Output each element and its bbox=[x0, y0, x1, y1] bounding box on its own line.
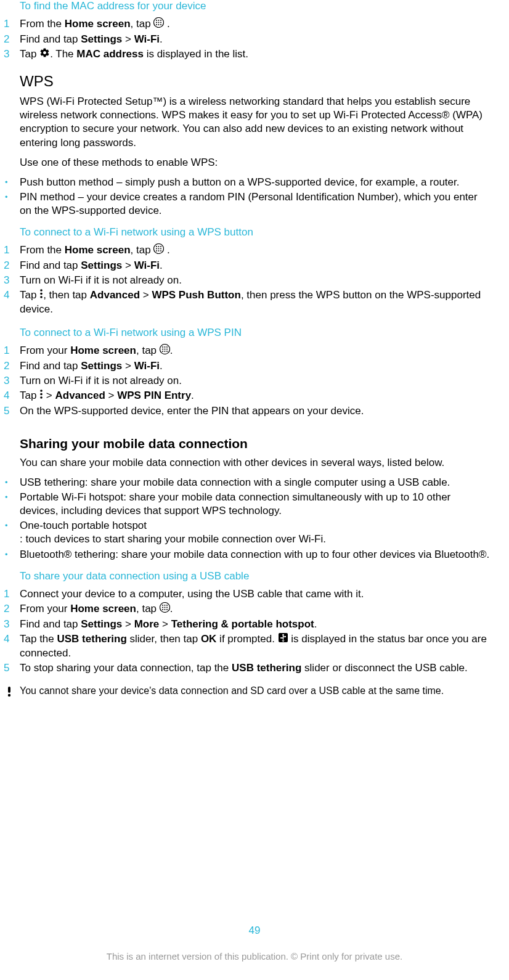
svg-point-27 bbox=[162, 348, 163, 349]
bold-text: Home screen bbox=[70, 603, 136, 615]
paragraph: Use one of these methods to enable WPS: bbox=[20, 156, 491, 169]
text: From the bbox=[20, 18, 65, 30]
text: To stop sharing your data connection, ta… bbox=[20, 662, 232, 674]
svg-point-35 bbox=[40, 396, 43, 399]
bullet-item: Bluetooth® tethering: share your mobile … bbox=[18, 548, 491, 561]
bold-text: WPS PIN Entry bbox=[117, 390, 191, 401]
footer-text: This is an internet version of this publ… bbox=[0, 951, 509, 962]
bold-text: More bbox=[134, 618, 160, 630]
text: On the WPS-supported device, enter the P… bbox=[20, 405, 364, 417]
section-title: To connect to a Wi-Fi network using a WP… bbox=[20, 327, 491, 339]
svg-point-43 bbox=[162, 609, 163, 610]
text: slider or disconnect the USB cable. bbox=[301, 662, 467, 674]
step-number: 5 bbox=[4, 404, 9, 418]
step-item: 4 Tap > Advanced > WPS PIN Entry. bbox=[18, 389, 491, 403]
svg-point-26 bbox=[166, 346, 168, 348]
step-item: 2 Find and tap Settings > Wi-Fi. bbox=[18, 33, 491, 46]
svg-rect-50 bbox=[285, 636, 286, 637]
text: Find and tap bbox=[20, 360, 81, 372]
bold-text: Settings bbox=[81, 360, 122, 372]
step-item: 1 Connect your device to a computer, usi… bbox=[18, 587, 491, 601]
apps-grid-icon bbox=[160, 344, 170, 358]
bullet-item: USB tethering: share your mobile data co… bbox=[18, 476, 491, 489]
apps-grid-icon bbox=[153, 243, 164, 258]
text: > bbox=[105, 390, 117, 401]
svg-point-39 bbox=[166, 605, 168, 606]
svg-point-32 bbox=[166, 351, 168, 352]
text: , tap bbox=[136, 345, 160, 356]
svg-point-20 bbox=[40, 290, 43, 292]
bold-text: WPS Push Button bbox=[152, 289, 240, 301]
note-text: You cannot share your device's data conn… bbox=[20, 685, 444, 698]
svg-point-9 bbox=[160, 24, 161, 25]
bold-text: Advanced bbox=[90, 289, 140, 301]
bullet-item: Portable Wi-Fi hotspot: share your mobil… bbox=[18, 491, 491, 518]
text: > bbox=[122, 360, 134, 372]
svg-point-30 bbox=[162, 351, 163, 352]
text: . The bbox=[50, 48, 76, 60]
step-item: 4 Tap the USB tethering slider, then tap… bbox=[18, 632, 491, 660]
bold-text: Advanced bbox=[55, 390, 105, 401]
svg-point-49 bbox=[280, 637, 281, 639]
svg-rect-51 bbox=[8, 687, 10, 693]
steps-list: 1 From the Home screen, tap . 2 Find and… bbox=[18, 17, 491, 62]
text: . bbox=[314, 618, 317, 630]
paragraph: You can share your mobile data connectio… bbox=[20, 456, 491, 470]
step-number: 1 bbox=[4, 344, 9, 357]
bold-text: Home screen bbox=[65, 244, 131, 256]
steps-list: 1 Connect your device to a computer, usi… bbox=[18, 587, 491, 676]
svg-point-4 bbox=[156, 22, 157, 23]
bold-text: Home screen bbox=[70, 345, 136, 356]
page-number: 49 bbox=[0, 925, 509, 937]
section-title: To connect to a Wi-Fi network using a WP… bbox=[20, 226, 491, 239]
svg-point-13 bbox=[160, 246, 161, 247]
svg-point-21 bbox=[40, 293, 43, 295]
bold-text: OK bbox=[201, 633, 217, 645]
text: , tap bbox=[136, 603, 160, 615]
text: . bbox=[164, 18, 169, 30]
svg-point-1 bbox=[156, 20, 157, 21]
svg-point-34 bbox=[40, 393, 43, 395]
svg-point-17 bbox=[156, 250, 157, 251]
text: if prompted. bbox=[216, 633, 277, 645]
step-number: 5 bbox=[4, 661, 9, 675]
text: > bbox=[122, 259, 134, 271]
text: From your bbox=[20, 345, 70, 356]
step-number: 2 bbox=[4, 33, 9, 46]
step-number: 3 bbox=[4, 618, 9, 631]
svg-point-22 bbox=[40, 296, 43, 299]
bold-text: Wi-Fi bbox=[134, 360, 160, 372]
step-number: 3 bbox=[4, 47, 9, 61]
bullet-list: USB tethering: share your mobile data co… bbox=[18, 476, 491, 561]
step-item: 3 Turn on Wi-Fi if it is not already on. bbox=[18, 374, 491, 388]
svg-point-18 bbox=[158, 250, 160, 251]
text: , then tap bbox=[43, 289, 90, 301]
step-number: 3 bbox=[4, 274, 9, 287]
text: . bbox=[160, 360, 163, 372]
text: is displayed in the list. bbox=[144, 48, 248, 60]
bullet-item: Push button method – simply push a butto… bbox=[18, 176, 491, 189]
svg-point-40 bbox=[162, 606, 163, 608]
steps-list: 1 From the Home screen, tap . 2 Find and… bbox=[18, 243, 491, 316]
bold-text: Wi-Fi bbox=[134, 259, 160, 271]
text: , tap bbox=[131, 244, 154, 256]
step-number: 4 bbox=[4, 288, 9, 302]
text: From the bbox=[20, 244, 65, 256]
note-row: You cannot share your device's data conn… bbox=[5, 685, 491, 700]
text: , tap bbox=[131, 18, 154, 30]
step-item: 1 From your Home screen, tap . bbox=[18, 344, 491, 358]
text: Turn on Wi-Fi if it is not already on. bbox=[20, 274, 182, 286]
svg-point-6 bbox=[160, 22, 161, 23]
svg-point-38 bbox=[164, 605, 165, 606]
text: > bbox=[122, 33, 134, 45]
settings-gear-icon bbox=[39, 47, 50, 62]
bold-text: Settings bbox=[81, 33, 122, 45]
step-item: 3 Turn on Wi-Fi if it is not already on. bbox=[18, 274, 491, 287]
svg-point-41 bbox=[164, 606, 165, 608]
svg-point-8 bbox=[158, 24, 160, 25]
svg-point-37 bbox=[162, 605, 163, 606]
apps-grid-icon bbox=[153, 17, 164, 31]
svg-point-2 bbox=[158, 20, 160, 21]
svg-point-5 bbox=[158, 22, 160, 23]
text: > bbox=[159, 618, 171, 630]
